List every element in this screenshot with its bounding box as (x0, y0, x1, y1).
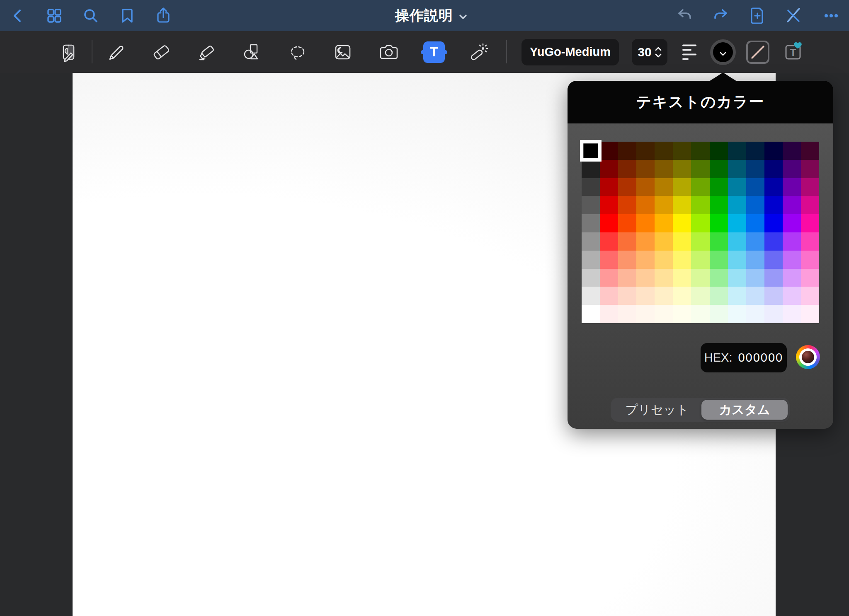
redo-icon[interactable] (711, 7, 730, 25)
text-color-button[interactable] (710, 39, 736, 65)
color-swatch[interactable] (764, 196, 783, 214)
color-swatch[interactable] (801, 214, 819, 232)
color-swatch[interactable] (801, 287, 819, 305)
color-swatch[interactable] (673, 287, 691, 305)
color-swatch[interactable] (655, 251, 673, 269)
color-swatch[interactable] (655, 214, 673, 232)
color-swatch[interactable] (636, 178, 655, 196)
color-swatch[interactable] (655, 196, 673, 214)
undo-icon[interactable] (676, 7, 694, 25)
color-swatch[interactable] (673, 269, 691, 287)
color-swatch[interactable] (691, 160, 709, 178)
color-swatch[interactable] (636, 251, 655, 269)
color-swatch[interactable] (746, 196, 764, 214)
color-swatch[interactable] (618, 269, 636, 287)
font-size-stepper[interactable]: 30 (632, 39, 667, 65)
color-swatch[interactable] (710, 305, 728, 323)
color-swatch[interactable] (764, 305, 783, 323)
color-swatch[interactable] (655, 287, 673, 305)
color-swatch[interactable] (582, 287, 600, 305)
color-swatch[interactable] (600, 305, 618, 323)
color-swatch[interactable] (728, 287, 746, 305)
hex-input[interactable]: HEX: 000000 (701, 343, 787, 372)
color-swatch[interactable] (673, 142, 691, 160)
color-swatch[interactable] (582, 269, 600, 287)
color-swatch[interactable] (801, 269, 819, 287)
color-swatch[interactable] (764, 232, 783, 251)
color-swatch[interactable] (801, 142, 819, 160)
color-swatch[interactable] (582, 160, 600, 178)
color-swatch[interactable] (636, 196, 655, 214)
color-swatch[interactable] (728, 142, 746, 160)
color-swatch[interactable] (746, 178, 764, 196)
color-swatch[interactable] (783, 232, 801, 251)
color-wheel-button[interactable] (796, 345, 820, 369)
shapes-icon[interactable] (240, 41, 262, 63)
color-swatch[interactable] (673, 214, 691, 232)
color-swatch[interactable] (710, 251, 728, 269)
color-swatch[interactable] (728, 251, 746, 269)
color-swatch[interactable] (673, 196, 691, 214)
color-swatch[interactable] (673, 160, 691, 178)
share-icon[interactable] (154, 7, 172, 25)
color-swatch[interactable] (746, 251, 764, 269)
color-swatch[interactable] (746, 287, 764, 305)
color-swatch[interactable] (600, 232, 618, 251)
document-title[interactable]: 操作説明 (395, 6, 467, 25)
color-swatch[interactable] (582, 251, 600, 269)
color-swatch[interactable] (655, 142, 673, 160)
document-edit-icon[interactable] (58, 42, 78, 62)
font-name-button[interactable]: YuGo-Medium (522, 39, 619, 65)
color-swatch[interactable] (728, 178, 746, 196)
thumbnails-grid-icon[interactable] (45, 7, 63, 25)
color-swatch[interactable] (618, 160, 636, 178)
color-swatch[interactable] (580, 140, 602, 162)
eraser-icon[interactable] (150, 41, 172, 63)
color-swatch[interactable] (764, 251, 783, 269)
color-swatch[interactable] (710, 232, 728, 251)
color-swatch[interactable] (764, 142, 783, 160)
color-swatch[interactable] (691, 178, 709, 196)
search-icon[interactable] (82, 7, 100, 25)
color-swatch[interactable] (600, 214, 618, 232)
color-swatch[interactable] (618, 305, 636, 323)
highlighter-icon[interactable] (196, 41, 218, 63)
color-swatch[interactable] (636, 160, 655, 178)
color-swatch[interactable] (655, 178, 673, 196)
color-swatch[interactable] (746, 305, 764, 323)
color-swatch[interactable] (673, 251, 691, 269)
color-swatch[interactable] (746, 232, 764, 251)
color-swatch[interactable] (783, 214, 801, 232)
color-swatch[interactable] (691, 214, 709, 232)
text-style-heart-button[interactable]: T (781, 41, 805, 64)
color-swatch[interactable] (582, 196, 600, 214)
color-swatch[interactable] (783, 305, 801, 323)
custom-tab[interactable]: カスタム (701, 400, 788, 420)
stylus-disable-icon[interactable] (784, 7, 803, 25)
color-swatch[interactable] (655, 160, 673, 178)
color-swatch[interactable] (582, 232, 600, 251)
color-swatch[interactable] (673, 178, 691, 196)
color-swatch[interactable] (728, 214, 746, 232)
color-swatch[interactable] (710, 287, 728, 305)
color-swatch[interactable] (655, 305, 673, 323)
laser-pointer-icon[interactable] (469, 41, 490, 63)
color-swatch[interactable] (783, 287, 801, 305)
color-swatch[interactable] (673, 232, 691, 251)
color-swatch[interactable] (801, 196, 819, 214)
color-swatch[interactable] (728, 196, 746, 214)
color-swatch[interactable] (783, 251, 801, 269)
color-swatch[interactable] (691, 251, 709, 269)
color-swatch[interactable] (636, 269, 655, 287)
color-swatch[interactable] (618, 178, 636, 196)
color-swatch[interactable] (728, 305, 746, 323)
color-swatch[interactable] (618, 142, 636, 160)
bookmark-icon[interactable] (118, 7, 136, 25)
color-swatch[interactable] (600, 251, 618, 269)
color-swatch[interactable] (746, 269, 764, 287)
color-swatch[interactable] (764, 214, 783, 232)
color-swatch[interactable] (582, 305, 600, 323)
color-swatch[interactable] (728, 232, 746, 251)
color-swatch[interactable] (691, 269, 709, 287)
color-swatch[interactable] (783, 269, 801, 287)
